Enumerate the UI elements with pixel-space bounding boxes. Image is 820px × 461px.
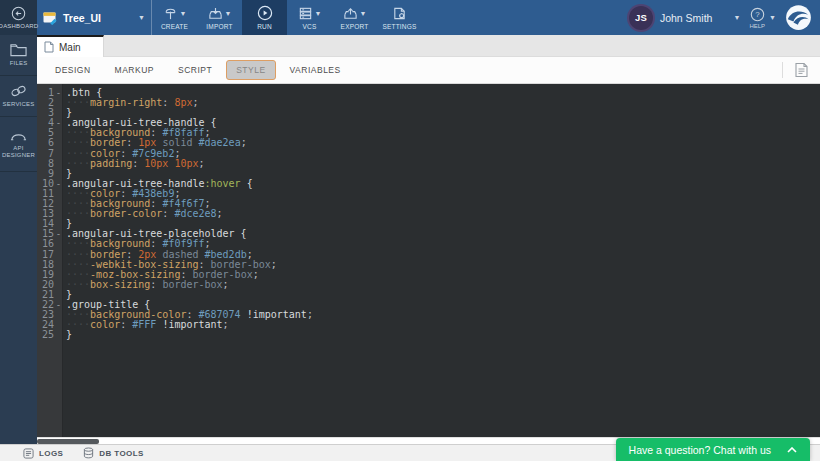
- subtab-right-actions: [782, 57, 820, 83]
- back-dashboard-icon: [11, 6, 26, 21]
- dashboard-label: DASHBOARD: [0, 23, 38, 29]
- export-button[interactable]: ▼ EXPORT: [332, 0, 377, 35]
- arc-icon: [10, 130, 27, 142]
- db-tools-button[interactable]: DB TOOLS: [83, 447, 143, 459]
- code-line: 2····margin-right: 8px;: [37, 98, 820, 108]
- file-tab-bar: Main: [37, 35, 820, 57]
- tab-main[interactable]: Main: [37, 35, 104, 57]
- play-icon: [257, 5, 273, 21]
- chevron-down-icon: ▼: [769, 14, 776, 21]
- page-gear-icon: [392, 6, 407, 21]
- toolbar: ▼ CREATE ▼ IMPORT RUN ▼ VCS: [152, 0, 422, 35]
- tab-script[interactable]: SCRIPT: [168, 60, 222, 80]
- hammer-icon: [163, 6, 178, 21]
- tab-style[interactable]: STYLE: [226, 60, 275, 80]
- code-line: 8····padding: 10px 10px;: [37, 159, 820, 169]
- editor-mode-tabs: DESIGN MARKUP SCRIPT STYLE VARIABLES: [37, 57, 820, 84]
- logs-button[interactable]: LOGS: [23, 448, 63, 459]
- help-label: HELP: [749, 23, 765, 29]
- snippets-button[interactable]: [783, 62, 820, 78]
- page-icon: [44, 41, 54, 53]
- help-menu[interactable]: ? HELP ▼: [749, 7, 776, 29]
- server-stack-icon: [298, 6, 313, 21]
- dashboard-button[interactable]: DASHBOARD: [0, 0, 37, 35]
- chat-with-us-button[interactable]: Have a question? Chat with us: [616, 438, 810, 461]
- brand-wave-logo: [785, 4, 812, 31]
- code-line: 21}: [37, 290, 820, 300]
- import-button[interactable]: ▼ IMPORT: [197, 0, 242, 35]
- chevron-down-icon: ▼: [225, 10, 232, 17]
- user-menu[interactable]: JS John Smith ▼: [629, 6, 740, 30]
- project-selector[interactable]: Tree_UI ▼: [37, 0, 152, 35]
- top-bar: DASHBOARD Tree_UI ▼ ▼ CREATE ▼ IMPORT: [0, 0, 820, 35]
- project-app-icon: [43, 11, 57, 25]
- vcs-button[interactable]: ▼ VCS: [287, 0, 332, 35]
- sidebar-item-api-designer[interactable]: API DESIGNER: [0, 117, 37, 172]
- user-name: John Smith: [660, 12, 713, 24]
- code-line: 13····border-color: #dce2e8;: [37, 209, 820, 219]
- code-line: 20····box-sizing: border-box;: [37, 280, 820, 290]
- project-name: Tree_UI: [63, 12, 101, 24]
- tab-markup[interactable]: MARKUP: [105, 60, 164, 80]
- chevron-down-icon: ▼: [733, 14, 740, 21]
- create-button[interactable]: ▼ CREATE: [152, 0, 197, 35]
- settings-button[interactable]: SETTINGS: [377, 0, 422, 35]
- code-line: 24····color: #FFF !important;: [37, 320, 820, 330]
- topbar-right: JS John Smith ▼ ? HELP ▼: [629, 0, 820, 35]
- chevron-down-icon: ▼: [360, 10, 367, 17]
- export-tray-icon: [343, 6, 358, 21]
- folder-icon: [10, 43, 27, 57]
- code-line: 25}: [37, 330, 820, 340]
- help-question-icon: ?: [750, 7, 765, 22]
- sidebar-item-files[interactable]: FILES: [0, 35, 37, 76]
- sidebar-item-services[interactable]: SERVICES: [0, 76, 37, 117]
- svg-text:?: ?: [755, 10, 760, 19]
- chevron-up-icon: [787, 447, 797, 453]
- chevron-down-icon: ▼: [180, 10, 187, 17]
- link-icon: [10, 84, 27, 98]
- avatar: JS: [629, 6, 653, 30]
- logs-icon: [23, 448, 34, 459]
- run-button[interactable]: RUN: [242, 0, 287, 35]
- code-editor[interactable]: 1-.btn {2····margin-right: 8px;3}4-.angu…: [37, 84, 820, 437]
- chevron-down-icon: ▼: [315, 10, 322, 17]
- import-tray-icon: [208, 6, 223, 21]
- chevron-down-icon: ▼: [138, 14, 145, 21]
- tab-design[interactable]: DESIGN: [45, 60, 101, 80]
- code-lines: 1-.btn {2····margin-right: 8px;3}4-.angu…: [37, 84, 820, 340]
- main-area: Main DESIGN MARKUP SCRIPT STYLE VARIABLE…: [37, 35, 820, 444]
- database-icon: [83, 447, 94, 459]
- app-window: DASHBOARD Tree_UI ▼ ▼ CREATE ▼ IMPORT: [0, 0, 820, 461]
- tab-variables[interactable]: VARIABLES: [280, 60, 351, 80]
- left-nav: FILES SERVICES API DESIGNER: [0, 35, 37, 444]
